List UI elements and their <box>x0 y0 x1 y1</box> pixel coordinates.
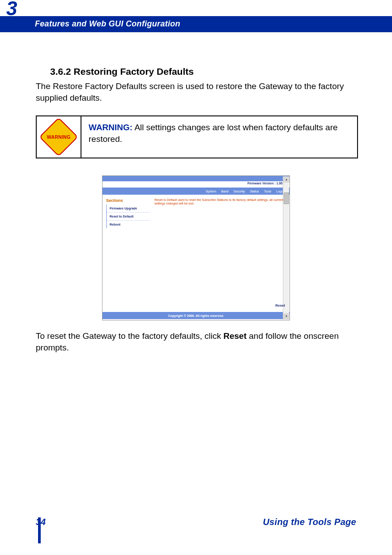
menu-item-security[interactable]: Security <box>234 190 245 193</box>
menu-separator-icon: :: <box>260 190 263 192</box>
document-page: 3 Features and Web GUI Configuration 3.6… <box>0 0 392 555</box>
menu-item-status[interactable]: Status <box>250 190 259 193</box>
gui-topbar <box>102 176 290 181</box>
scroll-down-icon[interactable]: ▾ <box>283 313 290 320</box>
scroll-up-icon[interactable]: ▴ <box>283 176 290 183</box>
instruction-pre: To reset the Gateway to the factory defa… <box>36 331 223 341</box>
warning-icon-cell: WARNING <box>37 116 81 158</box>
embedded-gui-screenshot: ▴ ▾ Firmware Version : 1.00.07 :: System… <box>102 175 290 320</box>
warning-label: WARNING: <box>89 123 132 132</box>
gui-menubar: :: System :: Band :: Security :: Status … <box>102 188 290 195</box>
header-title: Features and Web GUI Configuration <box>35 19 180 29</box>
warning-icon-label: WARNING <box>47 134 71 140</box>
reset-button[interactable]: Reset <box>275 303 285 307</box>
gui-sidebar: Sections Firmware Upgrade Reset to Defau… <box>102 195 153 312</box>
footer-rule <box>38 517 41 543</box>
menu-separator-icon: :: <box>272 190 275 192</box>
instruction-paragraph: To reset the Gateway to the factory defa… <box>36 330 354 353</box>
sidebar-heading: Sections <box>106 198 150 203</box>
instruction-reset-word: Reset <box>223 331 247 341</box>
footer-section-title: Using the Tools Page <box>263 517 356 527</box>
sidebar-nav: Firmware Upgrade Reset to Default Reboot <box>106 205 150 228</box>
gui-body: Sections Firmware Upgrade Reset to Defau… <box>102 195 290 312</box>
sidebar-item-reboot[interactable]: Reboot <box>107 221 150 228</box>
menu-item-system[interactable]: System <box>206 190 216 193</box>
menu-separator-icon: :: <box>201 190 205 192</box>
warning-box: WARNING WARNING: All settings changes ar… <box>36 115 358 158</box>
menu-item-band[interactable]: Band <box>221 190 228 193</box>
firmware-version-label: Firmware Version : 1.00.07 <box>102 181 290 188</box>
sidebar-item-firmware-upgrade[interactable]: Firmware Upgrade <box>107 205 150 213</box>
gui-footer: Copyright © 2008. All rights reserved. <box>102 312 290 319</box>
content-description: Reset to Default used to reset the Subsc… <box>154 198 285 206</box>
menu-item-tools[interactable]: Tools <box>264 190 271 193</box>
page-number: 34 <box>36 517 46 527</box>
gui-content: Reset to Default used to reset the Subsc… <box>153 195 290 312</box>
sidebar-item-reset-to-default[interactable]: Reset to Default <box>107 213 150 221</box>
menu-separator-icon: :: <box>230 190 233 192</box>
section-heading: 3.6.2 Restoring Factory Defaults <box>50 66 194 77</box>
menu-separator-icon: :: <box>246 190 249 192</box>
warning-icon: WARNING <box>39 117 78 157</box>
menu-separator-icon: :: <box>217 190 220 192</box>
warning-text: WARNING: All settings changes are lost w… <box>81 116 357 158</box>
intro-paragraph: The Restore Factory Defaults screen is u… <box>36 81 354 103</box>
